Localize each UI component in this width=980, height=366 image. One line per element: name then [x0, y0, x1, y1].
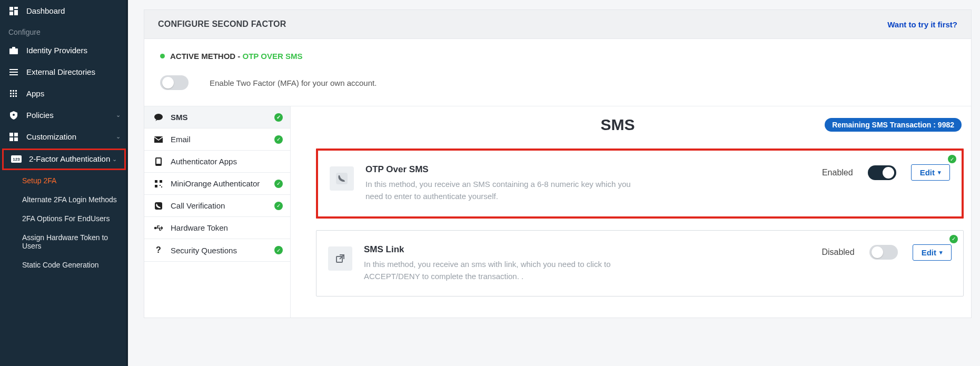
tab-miniorange-auth[interactable]: MiniOrange Authenticator ✓ — [144, 173, 290, 195]
check-icon: ✓ — [948, 155, 956, 163]
edit-button[interactable]: Edit ▾ — [913, 244, 952, 261]
puzzle-icon — [8, 133, 19, 141]
enable-mfa-row: Enable Two Factor (MFA) for your own acc… — [144, 66, 971, 106]
nav-label: Customization — [26, 132, 76, 141]
svg-rect-17 — [15, 95, 17, 97]
tab-label: MiniOrange Authenticator — [171, 179, 260, 188]
check-icon: ✓ — [274, 135, 283, 144]
tab-label: Security Questions — [171, 246, 237, 255]
content-header: SMS Remaining SMS Transaction : 9982 — [316, 116, 964, 134]
nav-2fa-highlight: 123 2-Factor Authentication ⌄ — [2, 149, 126, 170]
nav-customization[interactable]: Customization ⌄ — [0, 126, 128, 147]
tab-security-questions[interactable]: ? Security Questions ✓ — [144, 239, 290, 262]
nav-label: Identity Providers — [26, 46, 87, 55]
caret-down-icon: ▾ — [938, 169, 941, 176]
nav-apps[interactable]: Apps — [0, 83, 128, 104]
nav-dashboard[interactable]: Dashboard — [0, 0, 128, 22]
tab-email[interactable]: Email ✓ — [144, 128, 290, 151]
nav-label: 2-Factor Authentication — [29, 154, 110, 164]
method-card-sms-link: ✓ SMS Link In this method, you receive a… — [316, 230, 964, 297]
svg-rect-10 — [13, 90, 14, 92]
tab-sms[interactable]: SMS ✓ — [144, 106, 290, 128]
svg-text:123: 123 — [13, 157, 20, 162]
content-heading: SMS — [601, 116, 635, 134]
check-icon: ✓ — [274, 113, 283, 122]
svg-rect-28 — [156, 159, 161, 164]
chevron-down-icon: ⌄ — [112, 156, 117, 163]
subnav-setup-2fa[interactable]: Setup 2FA — [0, 171, 128, 190]
subnav-alternate-methods[interactable]: Alternate 2FA Login Methods — [0, 190, 128, 209]
active-method-row: ACTIVE METHOD - OTP OVER SMS — [144, 39, 971, 66]
svg-rect-14 — [15, 93, 17, 94]
tab-label: Authenticator Apps — [171, 157, 237, 166]
svg-rect-3 — [9, 12, 13, 15]
svg-rect-36 — [336, 173, 348, 184]
phone-app-icon — [154, 157, 163, 166]
svg-rect-16 — [13, 95, 14, 97]
shield-icon — [8, 111, 19, 120]
grid-icon — [8, 90, 19, 97]
qr-icon — [154, 180, 163, 187]
svg-rect-32 — [160, 185, 161, 186]
page-title: CONFIGURE SECOND FACTOR — [158, 19, 286, 29]
panel-header: CONFIGURE SECOND FACTOR Want to try it f… — [144, 9, 972, 39]
nav-policies[interactable]: Policies ⌄ — [0, 104, 128, 126]
svg-rect-31 — [155, 185, 157, 187]
subnav-assign-hw-token[interactable]: Assign Hardware Token to Users — [0, 228, 128, 255]
phone-receiver-icon — [330, 166, 354, 191]
nav-external-directories[interactable]: External Directories — [0, 61, 128, 83]
nav-identity-providers[interactable]: Identity Providers — [0, 39, 128, 61]
check-icon: ✓ — [949, 235, 958, 243]
content-panel: SMS Remaining SMS Transaction : 9982 ✓ O… — [291, 106, 971, 318]
svg-rect-4 — [9, 48, 18, 54]
svg-rect-5 — [12, 47, 15, 49]
method-category-tabs: SMS ✓ Email ✓ Authenticator Apps — [144, 106, 291, 318]
svg-rect-34 — [155, 202, 162, 210]
enable-mfa-label: Enable Two Factor (MFA) for your own acc… — [210, 78, 377, 87]
nav-label: Dashboard — [26, 6, 65, 15]
svg-rect-8 — [9, 74, 18, 75]
usb-icon — [154, 225, 163, 231]
method-toggle[interactable] — [868, 165, 896, 180]
tab-label: Email — [171, 135, 191, 144]
method-status: Disabled — [821, 248, 854, 257]
svg-rect-7 — [9, 72, 18, 73]
tab-authenticator-apps[interactable]: Authenticator Apps — [144, 151, 290, 173]
chevron-down-icon: ⌄ — [116, 112, 121, 118]
dashboard-icon — [8, 7, 19, 15]
svg-rect-1 — [14, 7, 18, 9]
tab-hardware-token[interactable]: Hardware Token — [144, 217, 290, 239]
subnav-2fa-options-endusers[interactable]: 2FA Options For EndUsers — [0, 209, 128, 228]
question-icon: ? — [154, 245, 163, 255]
active-label: ACTIVE METHOD - — [170, 52, 243, 61]
check-icon: ✓ — [274, 202, 283, 210]
external-link-icon — [328, 246, 352, 271]
tab-call-verification[interactable]: Call Verification ✓ — [144, 195, 290, 217]
method-desc: In this method, you receive an sms with … — [364, 258, 638, 283]
nav-section-configure: Configure — [0, 22, 128, 39]
svg-rect-33 — [161, 186, 162, 187]
sidebar: Dashboard Configure Identity Providers E… — [0, 0, 128, 366]
nav-label: Apps — [26, 89, 44, 98]
enable-mfa-toggle[interactable] — [160, 75, 189, 90]
badge-123-icon: 123 — [11, 155, 22, 163]
main: CONFIGURE SECOND FACTOR Want to try it f… — [128, 0, 980, 366]
caret-down-icon: ▾ — [939, 249, 943, 256]
svg-rect-0 — [9, 7, 13, 11]
method-toggle[interactable] — [869, 245, 898, 260]
svg-rect-21 — [9, 137, 13, 141]
try-it-link[interactable]: Want to try it first? — [887, 20, 957, 29]
nav-2fa[interactable]: 123 2-Factor Authentication ⌄ — [4, 150, 124, 169]
svg-rect-19 — [9, 133, 13, 136]
status-dot-icon — [160, 54, 165, 58]
method-title: SMS Link — [364, 244, 810, 255]
svg-rect-20 — [14, 133, 18, 136]
active-method-name: OTP OVER SMS — [243, 52, 303, 61]
subnav-static-code[interactable]: Static Code Generation — [0, 255, 128, 274]
svg-point-25 — [154, 114, 163, 120]
tab-label: Hardware Token — [171, 223, 228, 232]
remaining-sms-badge: Remaining SMS Transaction : 9982 — [825, 118, 962, 132]
edit-button[interactable]: Edit ▾ — [911, 164, 950, 181]
svg-rect-12 — [10, 93, 12, 94]
chat-icon — [154, 114, 163, 121]
